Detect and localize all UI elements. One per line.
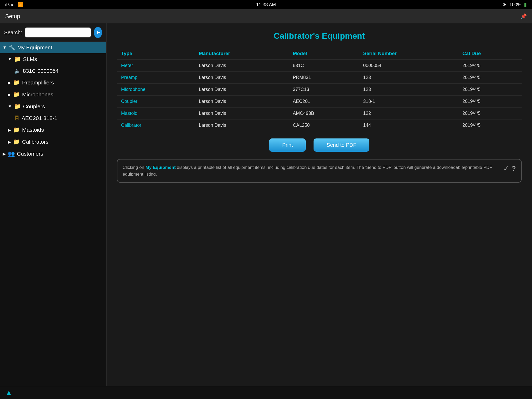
search-bar: Search: ➤: [0, 23, 106, 42]
cell-serial: 122: [359, 108, 458, 119]
info-text-bold: My Equipment: [145, 165, 176, 170]
check-icon[interactable]: ✓: [503, 164, 509, 173]
slm-device-icon: 🔈: [14, 68, 21, 74]
cell-manufacturer: Larson Davis: [195, 108, 289, 119]
customers-item[interactable]: ▶ 👥 Customers: [0, 148, 106, 160]
info-text-1: Clicking on: [123, 165, 145, 170]
folder-mastoids-icon: 📁: [13, 127, 20, 133]
wifi-icon: 📶: [18, 2, 23, 8]
status-right: ✱ 100% ▮: [503, 2, 527, 8]
customers-label: Customers: [17, 151, 43, 157]
time-display: 11:38 AM: [256, 2, 276, 8]
col-type: Type: [117, 48, 195, 60]
cell-model: AEC201: [289, 96, 359, 108]
preamplifiers-item[interactable]: ▶ 📁 Preamplifiers: [0, 77, 106, 89]
aec201-item[interactable]: 🗄 AEC201 318-1: [0, 112, 106, 124]
table-row: PreampLarson DavisPRM8311232019/4/5: [117, 72, 522, 84]
info-text-2: displays a printable list of all equipme…: [123, 165, 492, 177]
battery-icon: ▮: [524, 2, 527, 8]
couplers-item[interactable]: ▼ 📁 Couplers: [0, 101, 106, 112]
folder-cals-icon: 📁: [13, 138, 20, 145]
cell-model: CAL250: [289, 119, 359, 131]
cell-calDue: 2019/4/5: [458, 96, 522, 108]
expand-arrow-customers-icon: ▶: [3, 151, 6, 156]
cell-calDue: 2019/4/5: [458, 72, 522, 84]
col-model: Model: [289, 48, 359, 60]
table-row: CalibratorLarson DavisCAL2501442019/4/5: [117, 119, 522, 131]
folder-mic-icon: 📁: [13, 91, 20, 98]
coupler-device-icon: 🗄: [14, 115, 19, 121]
slm-831c-label: 831C 0000054: [23, 68, 59, 74]
col-serial: Serial Number: [359, 48, 458, 60]
up-button[interactable]: ▲: [5, 389, 12, 397]
table-header-row: Type Manufacturer Model Serial Number Ca…: [117, 48, 522, 60]
aec201-label: AEC201 318-1: [22, 115, 57, 121]
cell-manufacturer: Larson Davis: [195, 60, 289, 72]
equipment-table: Type Manufacturer Model Serial Number Ca…: [117, 48, 522, 131]
send-to-pdf-button[interactable]: Send to PDF: [314, 138, 369, 152]
microphones-label: Microphones: [22, 91, 53, 98]
cell-type: Preamp: [117, 72, 195, 84]
folder-preamp-icon: 📁: [13, 79, 20, 86]
status-bar: iPad 📶 11:38 AM ✱ 100% ▮: [0, 0, 532, 9]
cell-model: PRM831: [289, 72, 359, 84]
bottom-bar: ▲: [0, 386, 532, 399]
cell-calDue: 2019/4/5: [458, 119, 522, 131]
help-icon[interactable]: ?: [512, 164, 516, 172]
expand-arrow-slms-icon: ▼: [8, 57, 12, 62]
title-bar: Setup 📌: [0, 9, 532, 23]
my-equipment-item[interactable]: ▼ 🔧 My Equipment: [0, 42, 106, 53]
info-box-text: Clicking on My Equipment displays a prin…: [123, 164, 500, 177]
col-manufacturer: Manufacturer: [195, 48, 289, 60]
cell-serial: 144: [359, 119, 458, 131]
cell-type: Coupler: [117, 96, 195, 108]
table-row: MeterLarson Davis831C00000542019/4/5: [117, 60, 522, 72]
slm-831c-item[interactable]: 🔈 831C 0000054: [0, 65, 106, 77]
folder-couplers-icon: 📁: [14, 103, 21, 110]
table-row: MicrophoneLarson Davis377C131232019/4/5: [117, 84, 522, 96]
search-button[interactable]: ➤: [94, 27, 102, 38]
cell-serial: 0000054: [359, 60, 458, 72]
expand-arrow-couplers-icon: ▼: [8, 104, 12, 109]
search-input[interactable]: [25, 28, 91, 37]
couplers-label: Couplers: [23, 103, 45, 110]
search-label: Search:: [4, 30, 22, 36]
people-icon: 👥: [8, 150, 15, 157]
cell-model: 377C13: [289, 84, 359, 96]
search-arrow-icon: ➤: [96, 29, 100, 36]
expand-arrow-mic-icon: ▶: [8, 92, 11, 97]
cell-calDue: 2019/4/5: [458, 84, 522, 96]
expand-arrow-icon: ▼: [3, 45, 7, 50]
cell-manufacturer: Larson Davis: [195, 119, 289, 131]
cell-manufacturer: Larson Davis: [195, 84, 289, 96]
sidebar: Search: ➤ ▼ 🔧 My Equipment ▼ 📁 SLMs 🔈 83…: [0, 23, 107, 386]
table-row: MastoidLarson DavisAMC493B1222019/4/5: [117, 108, 522, 119]
cell-calDue: 2019/4/5: [458, 60, 522, 72]
slms-label: SLMs: [23, 56, 37, 62]
mastoids-item[interactable]: ▶ 📁 Mastoids: [0, 124, 106, 136]
calibrators-item[interactable]: ▶ 📁 Calibrators: [0, 136, 106, 148]
button-row: Print Send to PDF: [117, 138, 522, 152]
cell-calDue: 2019/4/5: [458, 108, 522, 119]
cell-type: Microphone: [117, 84, 195, 96]
cell-manufacturer: Larson Davis: [195, 96, 289, 108]
main-layout: Search: ➤ ▼ 🔧 My Equipment ▼ 📁 SLMs 🔈 83…: [0, 23, 532, 386]
cell-serial: 318-1: [359, 96, 458, 108]
expand-arrow-preamp-icon: ▶: [8, 80, 11, 85]
slms-item[interactable]: ▼ 📁 SLMs: [0, 53, 106, 65]
expand-arrow-mastoids-icon: ▶: [8, 128, 11, 132]
cell-type: Calibrator: [117, 119, 195, 131]
content-title: Calibrator's Equipment: [117, 31, 522, 41]
my-equipment-label: My Equipment: [17, 44, 52, 51]
status-left: iPad 📶: [5, 2, 23, 8]
expand-arrow-cals-icon: ▶: [8, 139, 11, 144]
print-button[interactable]: Print: [269, 138, 306, 152]
cell-serial: 123: [359, 84, 458, 96]
mastoids-label: Mastoids: [22, 127, 44, 133]
pin-icon[interactable]: 📌: [520, 13, 527, 19]
cell-type: Mastoid: [117, 108, 195, 119]
table-row: CouplerLarson DavisAEC201318-12019/4/5: [117, 96, 522, 108]
bluetooth-icon: ✱: [503, 2, 507, 8]
microphones-item[interactable]: ▶ 📁 Microphones: [0, 89, 106, 101]
cell-type: Meter: [117, 60, 195, 72]
